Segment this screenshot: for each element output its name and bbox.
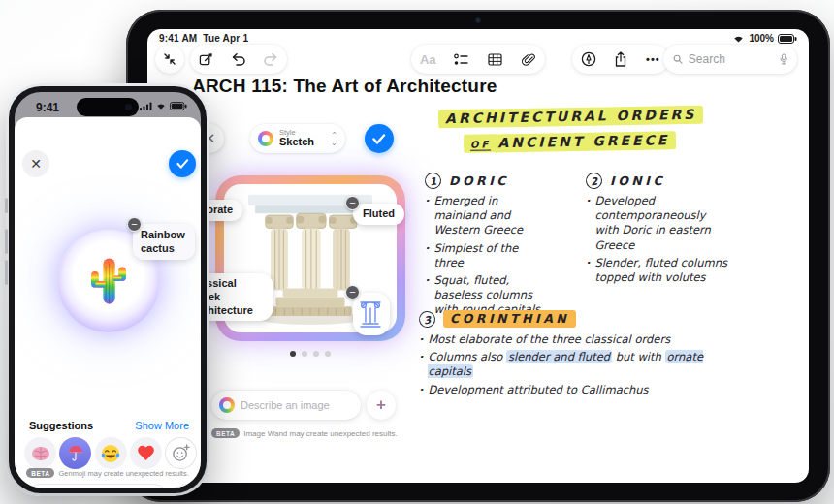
search-icon: [673, 53, 683, 65]
umbrella-emoji[interactable]: [59, 437, 91, 469]
dot-3[interactable]: [313, 351, 319, 357]
collapse-icon: [163, 52, 176, 66]
heart-emoji[interactable]: [130, 437, 162, 469]
wifi-icon: [732, 34, 745, 44]
checkmark-icon: [372, 134, 386, 144]
beta-badge: BETA: [211, 428, 240, 438]
dot-2[interactable]: [302, 351, 307, 357]
add-image-button[interactable]: +: [367, 391, 396, 420]
genmoji-tag[interactable]: Rainbow cactus: [133, 224, 195, 260]
show-more-link[interactable]: Show More: [135, 420, 189, 431]
image-wand-icon: [219, 397, 235, 413]
paperclip-icon: [522, 52, 535, 67]
describe-genmoji-field[interactable]: [26, 484, 168, 488]
ipad-status-right: 100%: [732, 33, 797, 44]
battery-icon: [170, 102, 187, 110]
actions-toolbar-group: •••: [572, 45, 669, 74]
wifi-icon: [155, 102, 167, 110]
share-button[interactable]: [606, 45, 635, 74]
remove-sketch-icon[interactable]: −: [345, 285, 360, 299]
chevron-up-down-icon: ⌃⌃: [331, 133, 337, 145]
edit-toolbar-group: [190, 45, 287, 74]
remove-genmoji-tag-icon[interactable]: −: [127, 217, 142, 232]
checklist-icon: [454, 53, 468, 66]
genmoji-beta-note: BETA Genmoji may create unexpected resul…: [15, 468, 201, 478]
image-wand-accept-button[interactable]: [365, 124, 394, 153]
search-input[interactable]: [689, 52, 774, 66]
laughing-emoji[interactable]: [95, 437, 127, 469]
format-toolbar-group: Aa: [411, 45, 545, 74]
markup-button[interactable]: [574, 45, 603, 74]
doric-bullet-2: Simplest of the three: [433, 241, 549, 270]
ionic-section: 2 IONIC ·Developed contemporaneously wit…: [586, 173, 731, 288]
table-button[interactable]: [480, 45, 509, 74]
dictation-mic-icon[interactable]: [780, 52, 787, 66]
compose-button[interactable]: [192, 45, 221, 74]
describe-image-field[interactable]: [211, 391, 361, 420]
corinthian-bullet-2: Columns also slender and fluted but with…: [428, 350, 749, 379]
text-format-button[interactable]: Aa: [413, 45, 442, 74]
note-title: ARCH 115: The Art of Architecture: [192, 76, 497, 97]
ipad-device: 9:41 AM Tue Apr 1 100%: [126, 10, 830, 502]
image-pagination-dots[interactable]: [215, 351, 405, 357]
redo-button[interactable]: [256, 45, 285, 74]
genmoji-sheet: ✕: [15, 117, 201, 488]
action-button: [5, 198, 8, 213]
beta-text: Genmoji may create unexpected results.: [58, 469, 188, 478]
table-icon: [488, 53, 502, 66]
search-field[interactable]: [663, 45, 797, 74]
redo-icon: [263, 52, 278, 66]
ionic-number: 2: [585, 172, 603, 190]
style-swirl-icon: [258, 131, 273, 146]
doric-number: 1: [424, 172, 442, 190]
ionic-bullet-1: Developed contemporaneously with Doric i…: [594, 194, 731, 253]
sketch-column-icon: [357, 297, 384, 330]
volume-up-button: [5, 229, 8, 254]
beta-badge: BETA: [26, 468, 54, 478]
rainbow-cactus-genmoji: [86, 255, 131, 307]
remove-fluted-icon[interactable]: −: [345, 196, 360, 210]
suggestions-label: Suggestions: [29, 420, 93, 431]
style-value: Sketch: [279, 137, 314, 148]
doric-bullet-1: Emerged in mainland and Western Greece: [433, 194, 549, 238]
undo-button[interactable]: [224, 45, 253, 74]
battery-icon: [778, 34, 797, 44]
dot-4[interactable]: [325, 351, 331, 357]
genmoji-accept-button[interactable]: [169, 150, 196, 177]
iphone-status-icons: [140, 102, 187, 110]
sketch-thumbnail-tag[interactable]: [353, 293, 390, 335]
markup-pen-icon: [581, 51, 596, 67]
checklist-button[interactable]: [447, 45, 476, 74]
style-picker[interactable]: Style Sketch ⌃⌃: [250, 124, 345, 153]
share-icon: [614, 51, 627, 67]
describe-image-input[interactable]: [241, 399, 349, 411]
ipad-date: Tue Apr 1: [203, 33, 248, 44]
dynamic-island: [77, 98, 139, 116]
dot-1[interactable]: [290, 351, 296, 357]
front-camera: [125, 104, 132, 110]
undo-icon: [231, 52, 246, 66]
tag-fluted[interactable]: Fluted: [353, 204, 404, 225]
brain-emoji[interactable]: [24, 437, 56, 469]
genmoji-close-button[interactable]: ✕: [22, 150, 49, 177]
notes-heading-line2: OFANCIENT GREECE: [464, 132, 677, 151]
attachment-button[interactable]: [514, 45, 543, 74]
iphone-device: 9:41 ✕: [6, 83, 209, 496]
ionic-title: IONIC: [610, 173, 665, 188]
ipad-camera: [475, 17, 481, 23]
notes-heading-line1: ARCHITECTURAL ORDERS: [438, 107, 704, 127]
cellular-icon: [140, 102, 152, 110]
ipad-status-left: 9:41 AM Tue Apr 1: [159, 33, 248, 44]
compose-icon: [199, 52, 213, 67]
corinthian-section: 3 CORINTHIAN ·Most elaborate of the thre…: [419, 310, 749, 400]
doric-section: 1 DORIC ·Emerged in mainland and Western…: [425, 173, 549, 320]
suggestions-row: [24, 437, 197, 469]
iphone-time: 9:41: [36, 101, 59, 114]
ionic-bullet-2: Slender, fluted columns topped with volu…: [594, 256, 731, 285]
iphone-screen: 9:41 ✕: [15, 92, 201, 488]
add-emoji[interactable]: [165, 437, 197, 469]
checkmark-icon: [176, 159, 189, 169]
collapse-button[interactable]: [155, 45, 184, 74]
corinthian-bullet-3: Development attributed to Callimachus: [428, 383, 648, 397]
image-wand-beta-note: BETA Image Wand may create unexpected re…: [211, 428, 398, 438]
